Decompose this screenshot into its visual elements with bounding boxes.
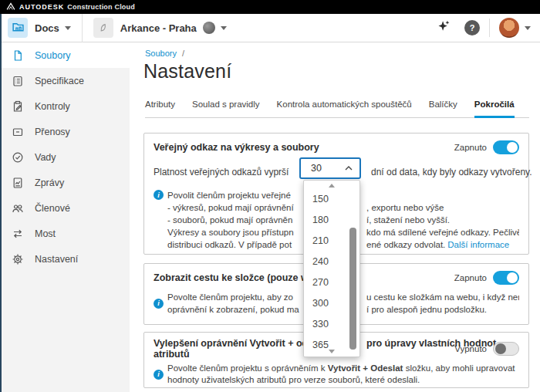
actions-divider	[489, 19, 490, 37]
page-title: Nastavení	[143, 60, 231, 83]
card-folder-path-title: Zobrazit cestu ke složce (pouze we	[154, 272, 314, 283]
card-create-upload-title: Vylepšení oprávnění Vytvořit + odepro úp…	[154, 338, 313, 360]
user-avatar[interactable]	[499, 18, 519, 38]
card-public-links-title: Veřejný odkaz na výkresy a soubory	[154, 142, 319, 153]
appbar-divider	[82, 14, 83, 42]
dropdown-scrollbar[interactable]	[349, 228, 356, 350]
project-caret-icon	[221, 26, 227, 30]
brand-suite: Construction Cloud	[67, 3, 135, 11]
project-glyph-icon	[98, 22, 109, 33]
sidebar-item-files[interactable]: Soubory	[0, 42, 130, 68]
product-switcher[interactable]	[8, 18, 28, 38]
sidebar-item-reports[interactable]: Zprávy	[0, 170, 130, 195]
project-tile	[93, 18, 113, 38]
scroll-down-icon[interactable]	[329, 350, 335, 353]
sidebar-item-transmittals[interactable]: Přenosy	[0, 119, 130, 144]
clipboard-pencil-icon	[12, 100, 24, 113]
tab-bar: Atributy Soulad s pravidly Kontrola auto…	[145, 100, 529, 118]
chevron-up-icon	[345, 166, 353, 171]
toggle-label: Zapnuto	[454, 143, 487, 152]
project-name: Arkance - Praha	[120, 22, 197, 34]
product-caret-icon	[65, 26, 71, 30]
specifications-icon	[12, 75, 24, 87]
dropdown-option[interactable]: 150	[304, 188, 359, 209]
window-left-edge	[0, 14, 2, 392]
appbar: Docs Arkance - Praha ?	[0, 14, 540, 42]
sidebar-item-members[interactable]: Členové	[0, 195, 130, 221]
toggle-label: Zapnuto	[454, 273, 487, 282]
expiry-suffix: dní od data, kdy byly odkazy vytvořeny.	[371, 167, 532, 177]
breadcrumb: Soubory /	[145, 49, 184, 58]
tab-compliance[interactable]: Soulad s pravidly	[192, 100, 260, 117]
help-button[interactable]: ?	[464, 20, 480, 35]
autodesk-logo-icon	[6, 2, 15, 12]
sidebar-item-reviews[interactable]: Kontroly	[0, 93, 130, 119]
appbar-actions: ?	[437, 18, 540, 38]
user-menu-caret-icon[interactable]	[525, 26, 531, 30]
assistant-button[interactable]	[437, 19, 451, 36]
people-icon	[12, 202, 24, 215]
sidebar-item-settings[interactable]: Nastavení	[0, 246, 130, 272]
topbar: AUTODESK Construction Cloud	[0, 0, 540, 14]
scroll-up-icon[interactable]	[329, 184, 335, 188]
check-circle-icon	[12, 151, 24, 164]
gear-icon	[12, 253, 24, 265]
bridge-arrows-icon	[12, 228, 24, 240]
product-name[interactable]: Docs	[35, 22, 59, 34]
tab-attributes[interactable]: Atributy	[145, 100, 175, 117]
folder-path-toggle[interactable]	[493, 271, 519, 285]
expiry-days-dropdown: 150 180 210 240 270 300 330 365	[303, 180, 360, 357]
more-info-link[interactable]: Další informace	[447, 240, 509, 249]
sidebar-item-specifications[interactable]: Specifikace	[0, 68, 130, 93]
docs-folder-icon	[12, 20, 25, 36]
sidebar-item-issues[interactable]: Vady	[0, 144, 130, 170]
tab-auto-triggers[interactable]: Kontrola automatických spouštěčů	[277, 100, 412, 117]
tab-advanced[interactable]: Pokročilá	[474, 100, 515, 118]
sidebar: Soubory Specifikace Kontroly Přenosy Vad…	[0, 42, 130, 392]
report-icon	[12, 177, 24, 189]
info-icon: i	[154, 370, 164, 380]
project-avatar	[203, 22, 215, 34]
brand-name: AUTODESK	[19, 3, 64, 11]
tray-icon	[12, 126, 24, 138]
file-icon	[12, 49, 24, 62]
public-links-toggle[interactable]	[493, 140, 519, 154]
sidebar-item-bridge[interactable]: Most	[0, 221, 130, 246]
info-icon: i	[154, 190, 164, 200]
dropdown-option[interactable]: 180	[304, 209, 359, 230]
expiry-prefix: Platnost veřejných odkazů vyprší	[154, 167, 289, 177]
create-upload-toggle[interactable]	[493, 342, 519, 356]
create-upload-info: i Povolte členům projektu s oprávněním k…	[154, 363, 519, 386]
expiry-days-value: 30	[311, 163, 322, 174]
info-icon: i	[154, 299, 164, 309]
tab-packages[interactable]: Balíčky	[429, 100, 457, 117]
project-selector[interactable]: Arkance - Praha	[93, 18, 227, 38]
breadcrumb-link-files[interactable]: Soubory	[145, 49, 177, 58]
app-window: AUTODESK Construction Cloud Docs Arkance…	[0, 0, 540, 392]
expiry-days-select[interactable]: 30	[299, 157, 361, 179]
breadcrumb-separator: /	[182, 49, 184, 58]
